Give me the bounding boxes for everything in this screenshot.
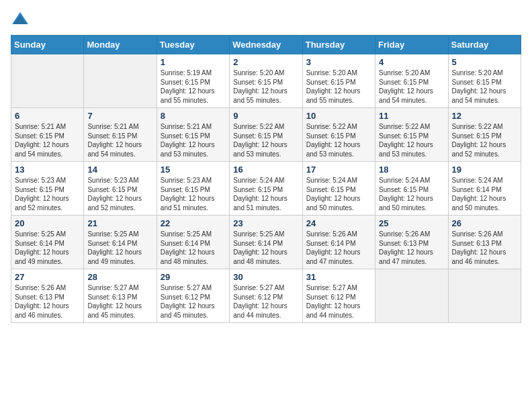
calendar-cell: 26Sunrise: 5:26 AM Sunset: 6:13 PM Dayli… [448,216,521,269]
cell-content: Sunrise: 5:25 AM Sunset: 6:14 PM Dayligh… [87,230,152,266]
calendar-cell: 23Sunrise: 5:25 AM Sunset: 6:14 PM Dayli… [230,216,302,269]
day-number: 13 [15,165,80,175]
calendar-cell: 25Sunrise: 5:26 AM Sunset: 6:13 PM Dayli… [375,216,448,269]
cell-content: Sunrise: 5:23 AM Sunset: 6:15 PM Dayligh… [87,176,152,212]
calendar-cell: 10Sunrise: 5:22 AM Sunset: 6:15 PM Dayli… [302,108,375,162]
day-number: 15 [161,165,226,175]
weekday-header-sunday: Sunday [11,36,84,54]
day-number: 18 [379,165,444,175]
cell-content: Sunrise: 5:25 AM Sunset: 6:14 PM Dayligh… [233,230,298,266]
calendar-cell: 6Sunrise: 5:21 AM Sunset: 6:15 PM Daylig… [11,108,84,162]
weekday-header-tuesday: Tuesday [157,36,229,54]
cell-content: Sunrise: 5:24 AM Sunset: 6:15 PM Dayligh… [379,176,444,212]
cell-content: Sunrise: 5:27 AM Sunset: 6:12 PM Dayligh… [161,283,226,320]
cell-content: Sunrise: 5:26 AM Sunset: 6:13 PM Dayligh… [15,283,80,320]
cell-content: Sunrise: 5:20 AM Sunset: 6:15 PM Dayligh… [379,68,444,105]
day-number: 16 [233,165,298,175]
cell-content: Sunrise: 5:27 AM Sunset: 6:12 PM Dayligh… [233,283,298,320]
calendar-cell: 11Sunrise: 5:22 AM Sunset: 6:15 PM Dayli… [375,108,448,162]
day-number: 1 [161,57,226,67]
day-number: 3 [306,57,371,67]
weekday-header-thursday: Thursday [302,36,375,54]
day-number: 26 [452,218,517,228]
day-number: 17 [306,165,371,175]
cell-content: Sunrise: 5:22 AM Sunset: 6:15 PM Dayligh… [379,122,444,158]
day-number: 10 [306,111,371,121]
cell-content: Sunrise: 5:20 AM Sunset: 6:15 PM Dayligh… [233,68,298,105]
cell-content: Sunrise: 5:27 AM Sunset: 6:12 PM Dayligh… [306,283,371,320]
day-number: 8 [161,111,226,121]
calendar-cell: 31Sunrise: 5:27 AM Sunset: 6:12 PM Dayli… [302,269,375,323]
day-number: 25 [379,218,444,228]
weekday-header-friday: Friday [375,36,448,54]
cell-content: Sunrise: 5:26 AM Sunset: 6:13 PM Dayligh… [452,230,517,266]
calendar-cell: 28Sunrise: 5:27 AM Sunset: 6:13 PM Dayli… [84,269,157,323]
calendar-cell: 4Sunrise: 5:20 AM Sunset: 6:15 PM Daylig… [375,54,448,108]
calendar-cell: 5Sunrise: 5:20 AM Sunset: 6:15 PM Daylig… [448,54,521,108]
cell-content: Sunrise: 5:25 AM Sunset: 6:14 PM Dayligh… [15,230,80,266]
calendar-cell: 27Sunrise: 5:26 AM Sunset: 6:13 PM Dayli… [11,269,84,323]
calendar-cell: 22Sunrise: 5:25 AM Sunset: 6:14 PM Dayli… [157,216,229,269]
calendar-cell: 2Sunrise: 5:20 AM Sunset: 6:15 PM Daylig… [230,54,302,108]
calendar-cell [375,269,448,323]
day-number: 23 [233,218,298,228]
calendar-cell: 7Sunrise: 5:21 AM Sunset: 6:15 PM Daylig… [84,108,157,162]
calendar-cell: 18Sunrise: 5:24 AM Sunset: 6:15 PM Dayli… [375,162,448,216]
cell-content: Sunrise: 5:22 AM Sunset: 6:15 PM Dayligh… [233,122,298,158]
cell-content: Sunrise: 5:21 AM Sunset: 6:15 PM Dayligh… [161,122,226,158]
weekday-header-saturday: Saturday [448,36,521,54]
day-number: 28 [87,272,152,282]
day-number: 7 [87,111,152,121]
cell-content: Sunrise: 5:20 AM Sunset: 6:15 PM Dayligh… [452,68,517,105]
calendar-cell: 30Sunrise: 5:27 AM Sunset: 6:12 PM Dayli… [230,269,302,323]
logo-icon [11,11,30,27]
day-number: 31 [306,272,371,282]
calendar-cell: 21Sunrise: 5:25 AM Sunset: 6:14 PM Dayli… [84,216,157,269]
day-number: 4 [379,57,444,67]
day-number: 27 [15,272,80,282]
cell-content: Sunrise: 5:25 AM Sunset: 6:14 PM Dayligh… [161,230,226,266]
cell-content: Sunrise: 5:21 AM Sunset: 6:15 PM Dayligh… [87,122,152,158]
calendar-cell: 20Sunrise: 5:25 AM Sunset: 6:14 PM Dayli… [11,216,84,269]
day-number: 2 [233,57,298,67]
cell-content: Sunrise: 5:23 AM Sunset: 6:15 PM Dayligh… [15,176,80,212]
cell-content: Sunrise: 5:26 AM Sunset: 6:14 PM Dayligh… [306,230,371,266]
day-number: 20 [15,218,80,228]
calendar-cell: 1Sunrise: 5:19 AM Sunset: 6:15 PM Daylig… [157,54,229,108]
day-number: 30 [233,272,298,282]
calendar-cell: 19Sunrise: 5:24 AM Sunset: 6:14 PM Dayli… [448,162,521,216]
calendar-cell: 9Sunrise: 5:22 AM Sunset: 6:15 PM Daylig… [230,108,302,162]
cell-content: Sunrise: 5:24 AM Sunset: 6:14 PM Dayligh… [452,176,517,212]
cell-content: Sunrise: 5:20 AM Sunset: 6:15 PM Dayligh… [306,68,371,105]
cell-content: Sunrise: 5:19 AM Sunset: 6:15 PM Dayligh… [161,68,226,105]
calendar-table: SundayMondayTuesdayWednesdayThursdayFrid… [11,35,521,323]
day-number: 29 [161,272,226,282]
calendar-cell: 16Sunrise: 5:24 AM Sunset: 6:15 PM Dayli… [230,162,302,216]
cell-content: Sunrise: 5:22 AM Sunset: 6:15 PM Dayligh… [452,122,517,158]
calendar-cell: 12Sunrise: 5:22 AM Sunset: 6:15 PM Dayli… [448,108,521,162]
day-number: 9 [233,111,298,121]
day-number: 12 [452,111,517,121]
day-number: 11 [379,111,444,121]
logo [11,11,32,27]
cell-content: Sunrise: 5:22 AM Sunset: 6:15 PM Dayligh… [306,122,371,158]
page-header [11,11,521,27]
cell-content: Sunrise: 5:21 AM Sunset: 6:15 PM Dayligh… [15,122,80,158]
cell-content: Sunrise: 5:23 AM Sunset: 6:15 PM Dayligh… [161,176,226,212]
day-number: 14 [87,165,152,175]
day-number: 6 [15,111,80,121]
day-number: 21 [87,218,152,228]
cell-content: Sunrise: 5:27 AM Sunset: 6:13 PM Dayligh… [87,283,152,320]
calendar-cell: 15Sunrise: 5:23 AM Sunset: 6:15 PM Dayli… [157,162,229,216]
day-number: 24 [306,218,371,228]
cell-content: Sunrise: 5:24 AM Sunset: 6:15 PM Dayligh… [306,176,371,212]
day-number: 5 [452,57,517,67]
calendar-cell [84,54,157,108]
calendar-cell: 13Sunrise: 5:23 AM Sunset: 6:15 PM Dayli… [11,162,84,216]
calendar-cell: 24Sunrise: 5:26 AM Sunset: 6:14 PM Dayli… [302,216,375,269]
calendar-cell: 8Sunrise: 5:21 AM Sunset: 6:15 PM Daylig… [157,108,229,162]
cell-content: Sunrise: 5:24 AM Sunset: 6:15 PM Dayligh… [233,176,298,212]
weekday-header-wednesday: Wednesday [230,36,302,54]
calendar-cell: 3Sunrise: 5:20 AM Sunset: 6:15 PM Daylig… [302,54,375,108]
calendar-cell: 29Sunrise: 5:27 AM Sunset: 6:12 PM Dayli… [157,269,229,323]
